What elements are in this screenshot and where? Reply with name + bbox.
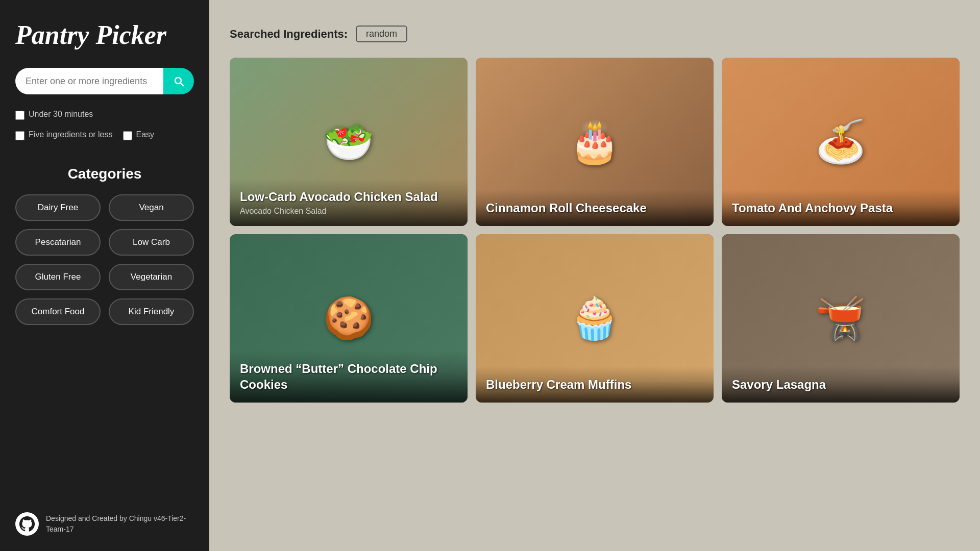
recipe-card-recipe-4[interactable]: 🍪 Browned “Butter” Chocolate Chip Cookie… (230, 234, 468, 403)
filter-five-ingredients[interactable]: Five ingredients or less (15, 130, 113, 140)
filter-five-ingredients-checkbox[interactable] (15, 131, 24, 140)
filter-under-30[interactable]: Under 30 minutes (15, 110, 93, 120)
footer: Designed and Created by Chingu v46-Tier2… (15, 502, 194, 536)
filter-easy[interactable]: Easy (123, 130, 155, 140)
filter-under-30-checkbox[interactable] (15, 111, 24, 120)
category-btn-low-carb[interactable]: Low Carb (109, 229, 194, 256)
category-btn-vegetarian[interactable]: Vegetarian (109, 264, 194, 290)
recipe-subtitle-recipe-1: Avocado Chicken Salad (240, 207, 457, 216)
recipe-title-recipe-5: Blueberry Cream Muffins (486, 377, 703, 392)
category-btn-comfort-food[interactable]: Comfort Food (15, 298, 101, 325)
search-input[interactable] (15, 68, 163, 94)
filter-options: Under 30 minutes Five ingredients or les… (15, 110, 194, 140)
recipe-overlay-recipe-2: Cinnamon Roll Cheesecake (476, 190, 714, 226)
search-bar (15, 68, 194, 94)
filter-easy-label: Easy (136, 130, 155, 139)
recipe-title-recipe-6: Savory Lasagna (732, 377, 949, 392)
recipe-card-recipe-1[interactable]: 🥗 Low-Carb Avocado Chicken Salad Avocado… (230, 58, 468, 226)
recipe-overlay-recipe-6: Savory Lasagna (722, 366, 960, 403)
main-content: Searched Ingredients: random 🥗 Low-Carb … (209, 0, 980, 551)
recipe-card-recipe-5[interactable]: 🧁 Blueberry Cream Muffins (476, 234, 714, 403)
search-icon (173, 75, 185, 87)
category-btn-vegan[interactable]: Vegan (109, 194, 194, 221)
category-btn-dairy-free[interactable]: Dairy Free (15, 194, 101, 221)
recipe-card-recipe-2[interactable]: 🎂 Cinnamon Roll Cheesecake (476, 58, 714, 226)
github-icon (15, 512, 39, 536)
recipe-title-recipe-2: Cinnamon Roll Cheesecake (486, 200, 703, 216)
recipe-title-recipe-4: Browned “Butter” Chocolate Chip Cookies (240, 361, 457, 392)
search-button[interactable] (163, 68, 194, 94)
recipe-card-recipe-6[interactable]: 🫕 Savory Lasagna (722, 234, 960, 403)
recipe-overlay-recipe-3: Tomato And Anchovy Pasta (722, 190, 960, 226)
filter-five-ingredients-label: Five ingredients or less (29, 130, 113, 139)
sidebar: Pantry Picker Under 30 minutes Five ingr… (0, 0, 209, 551)
recipe-overlay-recipe-1: Low-Carb Avocado Chicken Salad Avocado C… (230, 179, 468, 226)
categories-grid: Dairy FreeVeganPescatarianLow CarbGluten… (15, 194, 194, 325)
filter-easy-checkbox[interactable] (123, 131, 132, 140)
categories-title: Categories (15, 166, 194, 182)
recipe-card-recipe-3[interactable]: 🍝 Tomato And Anchovy Pasta (722, 58, 960, 226)
footer-text: Designed and Created by Chingu v46-Tier2… (46, 513, 194, 535)
searched-badge: random (356, 26, 407, 42)
category-btn-pescatarian[interactable]: Pescatarian (15, 229, 101, 256)
searched-label: Searched Ingredients: (230, 28, 348, 41)
svg-point-0 (15, 512, 39, 536)
category-btn-kid-friendly[interactable]: Kid Friendly (109, 298, 194, 325)
recipe-title-recipe-3: Tomato And Anchovy Pasta (732, 200, 949, 216)
category-btn-gluten-free[interactable]: Gluten Free (15, 264, 101, 290)
app-title: Pantry Picker (15, 20, 194, 49)
recipe-overlay-recipe-5: Blueberry Cream Muffins (476, 366, 714, 403)
filter-under-30-label: Under 30 minutes (29, 110, 93, 119)
searched-row: Searched Ingredients: random (230, 26, 960, 42)
categories-section: Categories Dairy FreeVeganPescatarianLow… (15, 166, 194, 487)
recipe-grid: 🥗 Low-Carb Avocado Chicken Salad Avocado… (230, 58, 960, 403)
recipe-overlay-recipe-4: Browned “Butter” Chocolate Chip Cookies (230, 350, 468, 403)
recipe-title-recipe-1: Low-Carb Avocado Chicken Salad (240, 189, 457, 205)
